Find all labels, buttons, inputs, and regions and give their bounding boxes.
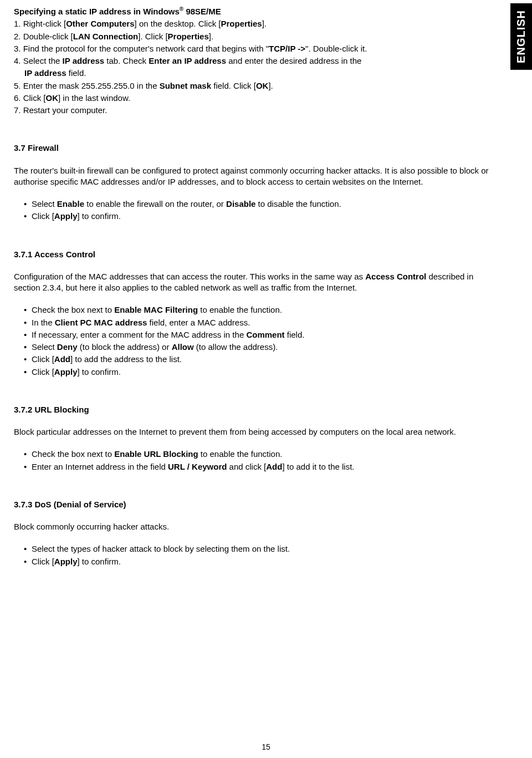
t: ]. bbox=[262, 19, 267, 28]
bold: Comment bbox=[246, 330, 284, 339]
list-item: Click [Add] to add the address to the li… bbox=[24, 354, 496, 365]
bold: Client PC MAC address bbox=[55, 318, 147, 327]
step-num: 7. bbox=[14, 105, 23, 115]
t: Select bbox=[32, 342, 57, 352]
heading-static-ip: Specifying a static IP address in Window… bbox=[14, 6, 496, 17]
bold: IP address bbox=[63, 56, 105, 65]
step-5: 5. Enter the mask 255.255.255.0 in the S… bbox=[14, 80, 496, 91]
t: Select the types of hacker attack to blo… bbox=[32, 544, 290, 553]
t: to disable the function. bbox=[255, 199, 341, 208]
step-num: 2. bbox=[14, 32, 23, 41]
bold: Access Control bbox=[365, 272, 426, 281]
bold: Enter an IP address bbox=[149, 56, 226, 65]
bold: Add bbox=[266, 462, 282, 471]
step-1: 1. Right-click [Other Computers] on the … bbox=[14, 18, 496, 29]
heading-url-blocking: 3.7.2 URL Blocking bbox=[14, 404, 496, 415]
t: ] on the desktop. Click [ bbox=[135, 19, 221, 28]
list-item: Check the box next to Enable MAC Filteri… bbox=[24, 304, 496, 316]
step-3: 3. Find the protocol for the computer's … bbox=[14, 43, 496, 54]
heading-text-pre: Specifying a static IP address in Window… bbox=[14, 7, 180, 16]
t: to enable the function. bbox=[198, 305, 282, 314]
t: (to block the address) or bbox=[78, 342, 172, 352]
t: Restart your computer. bbox=[23, 105, 108, 115]
bold: IP address bbox=[24, 68, 66, 78]
step-4: 4. Select the IP address tab. Check Ente… bbox=[14, 55, 496, 67]
para-dos: Block commonly occurring hacker attacks. bbox=[14, 521, 496, 532]
t: ". Double-click it. bbox=[305, 44, 367, 53]
t: and enter the desired address in the bbox=[226, 56, 361, 65]
heading-firewall: 3.7 Firewall bbox=[14, 143, 496, 154]
list-item: Check the box next to Enable URL Blockin… bbox=[24, 449, 496, 460]
bold: Apply bbox=[54, 367, 78, 377]
bold: LAN Connection bbox=[73, 32, 139, 41]
t: Configuration of the MAC addresses that … bbox=[14, 272, 365, 281]
t: In the bbox=[32, 318, 55, 327]
t: Check the box next to bbox=[32, 305, 114, 314]
bold: OK bbox=[46, 93, 59, 103]
bullets-dos: Select the types of hacker attack to blo… bbox=[14, 543, 496, 567]
bold: Enable URL Blocking bbox=[114, 449, 198, 459]
para-url-blocking: Block particular addresses on the Intern… bbox=[14, 426, 496, 437]
t: ] to add it to the list. bbox=[282, 462, 354, 471]
page-content: Specifying a static IP address in Window… bbox=[14, 6, 496, 567]
step-num: 3. bbox=[14, 44, 23, 53]
para-access-control: Configuration of the MAC addresses that … bbox=[14, 271, 496, 294]
step-2: 2. Double-click [LAN Connection]. Click … bbox=[14, 31, 496, 42]
bold: Allow bbox=[172, 342, 194, 352]
t: Double-click [ bbox=[23, 32, 73, 41]
list-item: Select Enable to enable the firewall on … bbox=[24, 199, 496, 210]
t: Click [ bbox=[32, 557, 54, 566]
step-num: 1. bbox=[14, 19, 23, 28]
t: ] in the last window. bbox=[58, 93, 130, 103]
list-item: If necessary, enter a comment for the MA… bbox=[24, 329, 496, 340]
t: ] to add the address to the list. bbox=[70, 354, 182, 364]
list-item: Select Deny (to block the address) or Al… bbox=[24, 342, 496, 353]
list-item: Enter an Internet address in the field U… bbox=[24, 461, 496, 472]
t: to enable the function. bbox=[198, 449, 283, 459]
t: ] to confirm. bbox=[78, 557, 121, 566]
t: Click [ bbox=[23, 93, 46, 103]
t: Find the protocol for the computer's net… bbox=[23, 44, 269, 53]
list-item: In the Client PC MAC address field, ente… bbox=[24, 317, 496, 328]
bold: Other Computers bbox=[66, 19, 134, 28]
bold: URL / Keyword bbox=[168, 462, 227, 471]
t: field. Click [ bbox=[211, 81, 256, 90]
heading-text-post: 98SE/ME bbox=[183, 7, 221, 16]
t: If necessary, enter a comment for the MA… bbox=[32, 330, 246, 339]
bold: Deny bbox=[57, 342, 78, 352]
t: ]. bbox=[209, 32, 213, 41]
step-7: 7. Restart your computer. bbox=[14, 105, 496, 116]
t: field. bbox=[285, 330, 305, 339]
t: field, enter a MAC address. bbox=[147, 318, 250, 327]
list-item: Click [Apply] to confirm. bbox=[24, 556, 496, 567]
bold: OK bbox=[256, 81, 269, 90]
list-item: Click [Apply] to confirm. bbox=[24, 211, 496, 222]
heading-dos: 3.7.3 DoS (Denial of Service) bbox=[14, 499, 496, 510]
bold: Properties bbox=[168, 32, 209, 41]
bullets-url-blocking: Check the box next to Enable URL Blockin… bbox=[14, 449, 496, 472]
t: Enter an Internet address in the field bbox=[32, 462, 168, 471]
bold: TCP/IP -> bbox=[269, 44, 305, 53]
bold: Apply bbox=[54, 557, 78, 566]
page-number: 15 bbox=[0, 742, 532, 752]
t: and click [ bbox=[227, 462, 266, 471]
list-item: Select the types of hacker attack to blo… bbox=[24, 543, 496, 554]
t: Check the box next to bbox=[32, 449, 114, 459]
bullets-firewall: Select Enable to enable the firewall on … bbox=[14, 199, 496, 222]
step-num: 5. bbox=[14, 81, 23, 90]
t: to enable the firewall on the router, or bbox=[84, 199, 226, 208]
list-item: Click [Apply] to confirm. bbox=[24, 367, 496, 378]
t: Click [ bbox=[32, 211, 54, 221]
t: Right-click [ bbox=[23, 19, 66, 28]
t: Click [ bbox=[32, 367, 54, 377]
bold: Enable MAC Filtering bbox=[114, 305, 198, 314]
step-6: 6. Click [OK] in the last window. bbox=[14, 93, 496, 104]
t: Select bbox=[32, 199, 57, 208]
t: ] to confirm. bbox=[78, 367, 121, 377]
bold: Disable bbox=[226, 199, 255, 208]
t: Enter the mask 255.255.255.0 in the bbox=[23, 81, 160, 90]
bold: Apply bbox=[54, 211, 78, 221]
t: (to allow the address). bbox=[194, 342, 278, 352]
t: ]. bbox=[268, 81, 273, 90]
bullets-access-control: Check the box next to Enable MAC Filteri… bbox=[14, 304, 496, 378]
